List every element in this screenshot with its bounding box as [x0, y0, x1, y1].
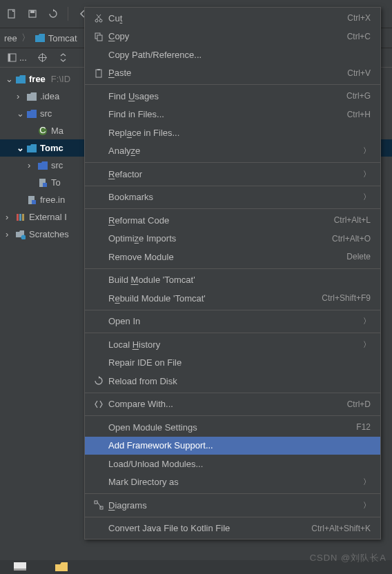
project-tab-expand[interactable]	[35, 50, 50, 66]
menu-shortcut: Ctrl+D	[347, 399, 371, 409]
menu-repair-ide[interactable]: Repair IDE on File	[85, 354, 380, 373]
menu-open-in[interactable]: Open In 〉	[85, 313, 380, 331]
menu-label: Open Module Settings	[108, 422, 356, 433]
tree-label: .idea	[40, 91, 59, 101]
chevron-right-icon: 〉	[363, 339, 371, 350]
menu-label: Diagrams	[108, 500, 357, 511]
menu-label: Analyze	[108, 146, 357, 156]
tree-label: free	[29, 74, 46, 84]
menu-shortcut: Ctrl+H	[347, 110, 371, 119]
context-menu: Cut Ctrl+X Copy Ctrl+C Copy Path/Referen…	[84, 7, 381, 540]
chevron-right-icon: ›	[17, 91, 23, 101]
menu-label: Remove Module	[108, 252, 346, 262]
taskbar-app-icon[interactable]	[14, 562, 28, 572]
save-all-button[interactable]	[23, 5, 41, 23]
module-icon	[15, 74, 26, 85]
svg-rect-15	[19, 214, 21, 221]
source-folder-icon	[26, 108, 37, 119]
toolbar-separator	[68, 7, 68, 21]
menu-reload-disk[interactable]: Reload from Disk	[85, 372, 380, 390]
menu-bookmarks[interactable]: Bookmarks 〉	[85, 188, 380, 207]
menu-copy[interactable]: Copy Ctrl+C	[85, 28, 380, 46]
menu-replace-in-files[interactable]: Replace in Files...	[85, 123, 380, 142]
menu-label: Convert Java File to Kotlin File	[108, 523, 311, 533]
taskbar	[0, 560, 392, 574]
crosshair-icon	[38, 53, 48, 63]
svg-rect-24	[95, 501, 97, 504]
menu-label: Reload from Disk	[108, 376, 371, 386]
menu-analyze[interactable]: Analyze 〉	[85, 142, 380, 161]
tree-label: Ma	[51, 126, 63, 136]
project-tab[interactable]: ...	[4, 50, 30, 66]
diff-icon	[89, 399, 108, 409]
menu-separator	[85, 493, 380, 494]
menu-copy-path[interactable]: Copy Path/Reference...	[85, 46, 380, 64]
chevron-right-icon: 〉	[363, 316, 371, 326]
svg-rect-13	[32, 200, 36, 204]
menu-add-framework-support[interactable]: Add Framework Support...	[85, 437, 380, 455]
menu-shortcut: Ctrl+Shift+F9	[322, 293, 371, 303]
menu-diagrams[interactable]: Diagrams 〉	[85, 496, 380, 515]
menu-optimize-imports[interactable]: Optimize Imports Ctrl+Alt+O	[85, 230, 380, 248]
taskbar-explorer-icon[interactable]	[55, 562, 69, 572]
menu-separator	[85, 415, 380, 416]
menu-label: Compare With...	[108, 399, 347, 409]
menu-label: Mark Directory as	[108, 477, 357, 487]
menu-refactor[interactable]: Refactor 〉	[85, 165, 380, 184]
chevron-right-icon: ›	[6, 212, 12, 222]
copy-icon	[89, 32, 108, 41]
menu-separator	[85, 517, 380, 517]
menu-compare-with[interactable]: Compare With... Ctrl+D	[85, 395, 380, 414]
menu-paste[interactable]: Paste Ctrl+V	[85, 64, 380, 83]
svg-text:C: C	[39, 126, 46, 135]
menu-remove-module[interactable]: Remove Module Delete	[85, 248, 380, 266]
java-class-icon: C	[37, 126, 48, 137]
cut-icon	[89, 13, 108, 23]
menu-label: Add Framework Support...	[108, 440, 371, 451]
menu-shortcut: Ctrl+Alt+Shift+K	[311, 524, 371, 533]
menu-shortcut: Ctrl+G	[346, 91, 371, 101]
menu-label: Copy Path/Reference...	[108, 50, 371, 60]
menu-label: Bookmarks	[108, 192, 357, 202]
project-tab-expand-all[interactable]	[56, 50, 71, 66]
menu-label: Repair IDE on File	[108, 357, 371, 368]
chevron-down-icon: ⌄	[6, 74, 12, 84]
menu-shortcut: Ctrl+X	[347, 13, 371, 23]
chevron-down-icon: ⌄	[17, 143, 23, 153]
menu-local-history[interactable]: Local History 〉	[85, 335, 380, 354]
menu-open-module-settings[interactable]: Open Module Settings F12	[85, 418, 380, 437]
new-file-button[interactable]	[3, 5, 21, 23]
sync-button[interactable]	[44, 5, 62, 23]
menu-cut[interactable]: Cut Ctrl+X	[85, 9, 380, 28]
menu-mark-directory[interactable]: Mark Directory as 〉	[85, 473, 380, 492]
menu-find-usages[interactable]: Find Usages Ctrl+G	[85, 87, 380, 106]
menu-convert-kotlin[interactable]: Convert Java File to Kotlin File Ctrl+Al…	[85, 519, 380, 538]
menu-find-in-files[interactable]: Find in Files... Ctrl+H	[85, 106, 380, 124]
menu-shortcut: Ctrl+C	[347, 32, 371, 41]
svg-rect-16	[22, 214, 24, 221]
menu-shortcut: F12	[356, 422, 371, 432]
tree-label: src	[51, 160, 63, 170]
breadcrumb-item[interactable]: Tomcat	[35, 32, 77, 43]
menu-shortcut: Ctrl+Alt+L	[334, 215, 371, 225]
svg-rect-22	[96, 70, 101, 77]
menu-load-unload-modules[interactable]: Load/Unload Modules...	[85, 455, 380, 473]
svg-point-18	[95, 19, 98, 22]
menu-separator	[85, 393, 380, 393]
menu-label: Cut	[108, 13, 347, 23]
tree-label: To	[51, 177, 61, 188]
chevron-right-icon: 〉	[363, 146, 371, 156]
breadcrumb-item[interactable]: ree	[4, 33, 17, 43]
folder-icon	[26, 91, 37, 102]
module-icon	[26, 143, 37, 154]
menu-build-module[interactable]: Build Module 'Tomcat'	[85, 271, 380, 290]
svg-rect-4	[8, 54, 10, 61]
menu-label: Rebuild Module 'Tomcat'	[108, 293, 322, 304]
tree-label: Scratches	[29, 229, 69, 239]
menu-rebuild-module[interactable]: Rebuild Module 'Tomcat' Ctrl+Shift+F9	[85, 289, 380, 308]
menu-shortcut: Ctrl+V	[347, 68, 371, 78]
menu-reformat-code[interactable]: Reformat Code Ctrl+Alt+L	[85, 211, 380, 230]
svg-rect-27	[14, 568, 26, 571]
reload-icon	[89, 376, 108, 386]
tree-label: src	[40, 108, 52, 119]
